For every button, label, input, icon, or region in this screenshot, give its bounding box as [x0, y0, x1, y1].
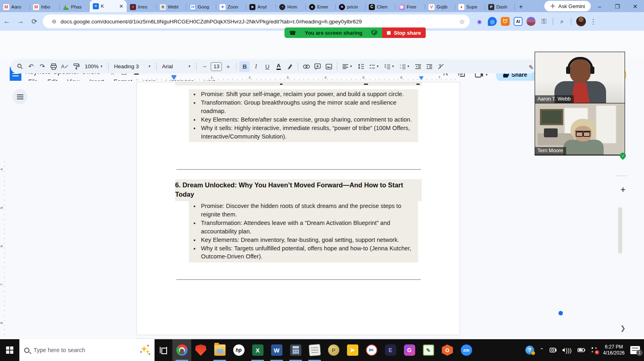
battery-tray-icon[interactable]	[577, 348, 585, 353]
browser-tab-k[interactable]: ≡K✕	[90, 0, 127, 12]
redo-icon[interactable]: ↷	[37, 61, 48, 72]
editing-mode-pencil-icon[interactable]: ✎	[529, 64, 534, 71]
decrease-font-icon[interactable]: −	[199, 61, 210, 72]
italic-button[interactable]: I	[251, 61, 261, 72]
document-page[interactable]: Promise: Shift your self-image, reclaim …	[136, 82, 460, 335]
taskbar-app-excel[interactable]: X	[248, 339, 267, 361]
window-maximize-button[interactable]: ❐	[608, 1, 626, 12]
checklist-button[interactable]: ▼	[367, 61, 381, 72]
reload-button[interactable]: ⟳	[27, 15, 41, 28]
insert-image-icon[interactable]	[324, 61, 334, 72]
profile-avatar[interactable]	[576, 17, 586, 26]
paragraph-style-select[interactable]: Heading 3▼	[111, 63, 153, 69]
taskbar-clock[interactable]: 6:27 PM 4/16/2026	[603, 344, 625, 356]
browser-tab-webl[interactable]: ≣Webl	[157, 2, 186, 12]
browser-tab-zoon[interactable]: ✦Zoon	[216, 2, 246, 12]
text-color-button[interactable]: A	[273, 61, 284, 72]
taskbar-app-ehex[interactable]: E	[381, 339, 400, 361]
taskbar-app-ohex[interactable]: O	[438, 339, 457, 361]
participant-video-terri[interactable]: Terri Moore	[535, 103, 625, 155]
taskbar-app-calc[interactable]	[286, 339, 305, 361]
increase-font-icon[interactable]: +	[223, 61, 233, 72]
extensions-puzzle-icon[interactable]: ⚿	[539, 17, 548, 26]
task-view-button[interactable]	[155, 339, 172, 361]
taskbar-app-gpurp[interactable]: G	[400, 339, 419, 361]
highlight-color-button[interactable]	[284, 61, 295, 72]
browser-tab-emer[interactable]: eEmer	[306, 2, 336, 12]
browser-tab-inbo[interactable]: MInbo	[30, 2, 60, 12]
url-text[interactable]: docs.google.com/document/d/1ixz5rn6LtlNg…	[61, 19, 459, 25]
insert-link-icon[interactable]	[301, 61, 312, 72]
browser-tab-anyt[interactable]: ➤Anyt	[246, 2, 276, 12]
taskbar-app-npp[interactable]: ✎	[419, 339, 438, 361]
browser-tab-aaro[interactable]: MAaro	[0, 2, 30, 12]
meeting-video-overlay[interactable]: Aaron T. Webb Terri Moore	[535, 52, 625, 155]
bullet-list-section-6[interactable]: Promise: Discover the hidden roots of st…	[189, 201, 418, 262]
browser-tab-supe[interactable]: ♦Supe	[455, 2, 485, 12]
spellcheck-icon[interactable]: A✓	[60, 61, 70, 72]
undo-icon[interactable]: ↶	[26, 61, 36, 72]
tray-chevron-icon[interactable]: ⌃	[540, 347, 544, 353]
bulleted-list-button[interactable]: ▼	[382, 61, 397, 72]
align-button[interactable]: ▼	[340, 61, 355, 72]
taskbar-app-folder[interactable]	[210, 339, 229, 361]
taskbar-search[interactable]: Type here to search	[19, 339, 155, 361]
document-outline-button[interactable]	[13, 89, 27, 104]
taskbar-app-word[interactable]: W	[267, 339, 286, 361]
metamask-extension-icon[interactable]: ᗢ	[501, 17, 510, 26]
increase-indent-icon[interactable]	[424, 61, 435, 72]
funnel-extension-icon[interactable]	[527, 17, 535, 26]
forward-button[interactable]: →	[14, 15, 27, 28]
browser-tab-hom[interactable]: ◔Hom	[276, 2, 306, 12]
taskbar-app-notepad[interactable]	[305, 339, 324, 361]
copilot-sparkle-icon[interactable]	[139, 345, 150, 355]
taskbar-app-zoom[interactable]: zm	[457, 339, 476, 361]
notification-center-icon[interactable]: 1	[630, 346, 640, 354]
bullet-list-section-5[interactable]: Promise: Shift your self-image, reclaim …	[189, 89, 418, 142]
left-indent-marker[interactable]	[171, 76, 176, 80]
decrease-indent-icon[interactable]	[413, 61, 423, 72]
taskbar-app-brave[interactable]	[191, 339, 210, 361]
vertical-scrollbar[interactable]	[618, 207, 622, 254]
font-size-input[interactable]: 13	[211, 62, 222, 71]
window-close-button[interactable]: ✕	[626, 1, 644, 12]
bold-button[interactable]: B	[239, 61, 250, 72]
clear-formatting-icon[interactable]: T	[435, 61, 446, 72]
address-bar[interactable]: ⊜ docs.google.com/document/d/1ixz5rn6Ltl…	[43, 15, 470, 28]
taskbar-app-chrome[interactable]	[172, 339, 191, 361]
back-button[interactable]: ←	[0, 15, 14, 28]
start-button[interactable]	[0, 339, 19, 361]
taskbar-app-snip[interactable]: ✂	[362, 339, 381, 361]
sync-error-tray-icon[interactable]: ✕	[591, 347, 598, 353]
browser-tab-pricin[interactable]: ✻pricin	[336, 2, 366, 12]
browser-tab-phas[interactable]: Phas	[60, 2, 90, 12]
browser-tab-goog[interactable]: 16Goog	[186, 2, 216, 12]
font-select[interactable]: Arial▼	[159, 63, 193, 69]
window-minimize-button[interactable]: –	[591, 1, 608, 12]
browser-menu-icon[interactable]: ⋮	[588, 15, 598, 28]
search-menus-icon[interactable]	[15, 61, 25, 72]
new-tab-button[interactable]: +	[515, 2, 527, 12]
participant-video-aaron[interactable]: Aaron T. Webb	[535, 52, 625, 103]
browser-tab-gojib[interactable]: VGojib	[425, 2, 455, 12]
section-6-heading[interactable]: 6. Dream Unlocked: Why You Haven’t Moved…	[175, 179, 422, 201]
bookmark-star-icon[interactable]: ☆	[459, 18, 465, 25]
add-comment-icon[interactable]	[312, 61, 323, 72]
ai-extension-icon[interactable]: AI	[514, 17, 523, 26]
underline-button[interactable]: U	[262, 61, 272, 72]
taskbar-app-coin[interactable]: P	[324, 339, 343, 361]
line-spacing-button[interactable]	[355, 61, 366, 72]
help-tray-icon[interactable]: ?	[525, 346, 534, 355]
broadcast-extension-icon[interactable]: ◉	[475, 17, 484, 26]
paint-format-icon[interactable]	[71, 61, 82, 72]
camera-tray-icon[interactable]	[550, 347, 557, 353]
taskbar-app-hp[interactable]: hp	[229, 339, 248, 361]
browser-tab-dash[interactable]: PDash	[485, 2, 515, 12]
stop-share-button[interactable]: Stop share	[382, 27, 426, 38]
screen-search-icon[interactable]: ⌕	[558, 17, 567, 26]
tab-close-icon[interactable]: ✕	[119, 3, 123, 9]
taskbar-app-mail[interactable]: ➤	[343, 339, 362, 361]
site-settings-icon[interactable]: ⊜	[50, 17, 59, 26]
zoom-select[interactable]: 100%▼	[82, 63, 105, 69]
add-side-panel-button[interactable]: +	[618, 185, 628, 195]
